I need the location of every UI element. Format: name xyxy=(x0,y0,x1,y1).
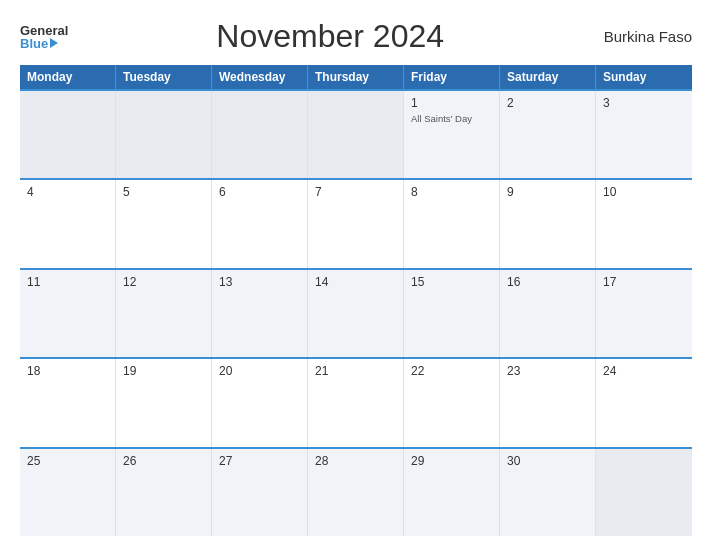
calendar-cell: 27 xyxy=(212,449,308,536)
calendar-cell: 14 xyxy=(308,270,404,357)
day-number: 8 xyxy=(411,185,418,199)
day-number: 3 xyxy=(603,96,610,110)
calendar-header-row: MondayTuesdayWednesdayThursdayFridaySatu… xyxy=(20,65,692,89)
calendar-cell: 17 xyxy=(596,270,692,357)
day-header-monday: Monday xyxy=(20,65,116,89)
calendar-cell: 29 xyxy=(404,449,500,536)
calendar-cell: 3 xyxy=(596,91,692,178)
calendar-cell: 12 xyxy=(116,270,212,357)
calendar-cell: 21 xyxy=(308,359,404,446)
calendar-cell: 26 xyxy=(116,449,212,536)
day-header-saturday: Saturday xyxy=(500,65,596,89)
day-number: 27 xyxy=(219,454,232,468)
day-number: 28 xyxy=(315,454,328,468)
day-header-friday: Friday xyxy=(404,65,500,89)
calendar-cell: 10 xyxy=(596,180,692,267)
calendar-cell: 16 xyxy=(500,270,596,357)
calendar-cell: 13 xyxy=(212,270,308,357)
day-number: 1 xyxy=(411,96,418,110)
logo-blue-text: Blue xyxy=(20,37,58,50)
calendar-cell: 25 xyxy=(20,449,116,536)
calendar-week-3: 11121314151617 xyxy=(20,268,692,357)
calendar-cell: 30 xyxy=(500,449,596,536)
day-number: 20 xyxy=(219,364,232,378)
calendar-week-4: 18192021222324 xyxy=(20,357,692,446)
country-name: Burkina Faso xyxy=(592,28,692,45)
calendar-cell: 9 xyxy=(500,180,596,267)
day-header-wednesday: Wednesday xyxy=(212,65,308,89)
holiday-label: All Saints' Day xyxy=(411,113,472,124)
calendar-week-1: 1All Saints' Day23 xyxy=(20,89,692,178)
calendar-cell xyxy=(212,91,308,178)
calendar-cell: 8 xyxy=(404,180,500,267)
logo-general-text: General xyxy=(20,24,68,37)
calendar-cell: 15 xyxy=(404,270,500,357)
day-header-sunday: Sunday xyxy=(596,65,692,89)
day-number: 2 xyxy=(507,96,514,110)
day-number: 19 xyxy=(123,364,136,378)
day-number: 29 xyxy=(411,454,424,468)
day-number: 30 xyxy=(507,454,520,468)
day-number: 12 xyxy=(123,275,136,289)
day-number: 23 xyxy=(507,364,520,378)
day-number: 7 xyxy=(315,185,322,199)
calendar-title: November 2024 xyxy=(68,18,592,55)
day-number: 25 xyxy=(27,454,40,468)
day-number: 18 xyxy=(27,364,40,378)
day-number: 26 xyxy=(123,454,136,468)
calendar-page: General Blue November 2024 Burkina Faso … xyxy=(0,0,712,550)
day-number: 11 xyxy=(27,275,40,289)
day-number: 22 xyxy=(411,364,424,378)
calendar-cell: 22 xyxy=(404,359,500,446)
calendar-cell: 11 xyxy=(20,270,116,357)
day-number: 24 xyxy=(603,364,616,378)
header: General Blue November 2024 Burkina Faso xyxy=(20,18,692,55)
calendar-cell xyxy=(308,91,404,178)
day-number: 16 xyxy=(507,275,520,289)
calendar-cell: 28 xyxy=(308,449,404,536)
calendar-cell: 19 xyxy=(116,359,212,446)
day-header-tuesday: Tuesday xyxy=(116,65,212,89)
day-number: 17 xyxy=(603,275,616,289)
calendar-cell: 7 xyxy=(308,180,404,267)
calendar-cell: 6 xyxy=(212,180,308,267)
day-number: 5 xyxy=(123,185,130,199)
logo-triangle-icon xyxy=(50,38,58,48)
day-number: 4 xyxy=(27,185,34,199)
calendar-cell: 20 xyxy=(212,359,308,446)
calendar-cell: 4 xyxy=(20,180,116,267)
day-number: 13 xyxy=(219,275,232,289)
calendar-cell: 1All Saints' Day xyxy=(404,91,500,178)
calendar-cell xyxy=(20,91,116,178)
calendar-cell: 23 xyxy=(500,359,596,446)
day-number: 14 xyxy=(315,275,328,289)
calendar-cell: 24 xyxy=(596,359,692,446)
calendar-cell: 18 xyxy=(20,359,116,446)
day-number: 10 xyxy=(603,185,616,199)
calendar: MondayTuesdayWednesdayThursdayFridaySatu… xyxy=(20,65,692,536)
day-number: 21 xyxy=(315,364,328,378)
day-number: 6 xyxy=(219,185,226,199)
calendar-week-2: 45678910 xyxy=(20,178,692,267)
calendar-cell: 5 xyxy=(116,180,212,267)
day-number: 9 xyxy=(507,185,514,199)
day-header-thursday: Thursday xyxy=(308,65,404,89)
logo: General Blue xyxy=(20,24,68,50)
day-number: 15 xyxy=(411,275,424,289)
calendar-cell: 2 xyxy=(500,91,596,178)
calendar-cell xyxy=(596,449,692,536)
calendar-week-5: 252627282930 xyxy=(20,447,692,536)
calendar-cell xyxy=(116,91,212,178)
